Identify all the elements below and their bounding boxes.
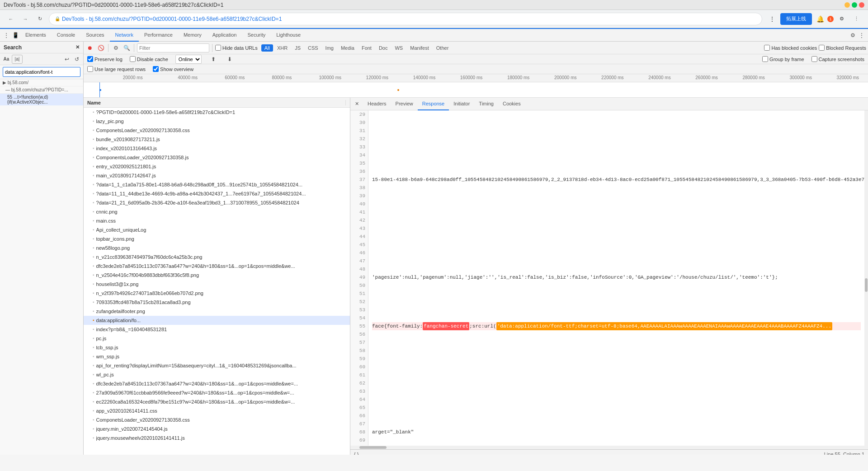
filter-type-js[interactable]: JS (292, 44, 304, 52)
disable-cache-label[interactable]: Disable cache (130, 56, 168, 62)
detail-tab-initiator[interactable]: Initiator (449, 98, 474, 110)
detail-tab-cookies[interactable]: Cookies (498, 98, 525, 110)
request-item[interactable]: ▪7093353ffcd487b8a715cb281aca8ad3.png (84, 298, 350, 307)
group-by-frame-checkbox[interactable] (762, 56, 768, 62)
request-item[interactable]: ▪?data=11_11_44dbe13e-4669-4c9b-a98a-e44… (84, 189, 350, 198)
disable-cache-checkbox[interactable] (130, 56, 136, 62)
request-item[interactable]: ▪ComponentsLoader_v20200927130358.js (84, 153, 350, 162)
forward-button[interactable]: → (20, 14, 31, 24)
request-item[interactable]: ▪ec22260ca8a165324ced8fa79be151c9?w=240&… (84, 397, 350, 406)
profile-button[interactable]: 拓展上线 (780, 13, 812, 25)
request-item[interactable]: ▪lazy_pic.png (84, 117, 350, 126)
filter-type-xhr[interactable]: XHR (274, 44, 291, 52)
request-item[interactable]: ▪ComponetsLoader_v20200927130358.css (84, 126, 350, 135)
request-item[interactable]: ▪main_v20180917142647.js (84, 171, 350, 180)
show-overview-checkbox[interactable] (153, 66, 159, 72)
request-item[interactable]: ▪index?p=b8&_=1604048531281 (84, 325, 350, 334)
settings-button[interactable]: ⚙ (835, 13, 848, 25)
request-item[interactable]: ▪Api_collect_uniqueLog (84, 225, 350, 234)
more-button[interactable]: ⋮ (850, 13, 863, 25)
reload-button[interactable]: ↻ (34, 14, 45, 24)
search-word-icon[interactable]: |a| (12, 55, 23, 64)
has-blocked-cookies-label[interactable]: Has blocked cookies (764, 45, 817, 51)
dt-tab-performance[interactable]: Performance (139, 29, 178, 42)
filter-type-img[interactable]: Img (322, 44, 337, 52)
blocked-requests-checkbox[interactable] (819, 45, 825, 51)
search-icon[interactable]: 🔍 (122, 43, 131, 52)
clear-button[interactable]: 🚫 (96, 43, 105, 52)
request-item[interactable]: ▪?data=1_1_c1a0a715-80e1-4188-b6a9-648c2… (84, 180, 350, 189)
request-item[interactable]: ▪n_v21cc8396387494979a7f60dc6c4a25b3c.pn… (84, 252, 350, 262)
alerts-button[interactable]: 🔔 (814, 13, 826, 25)
detail-tab-preview[interactable]: Preview (391, 98, 418, 110)
v-scrollbar-thumb[interactable] (865, 278, 868, 292)
filter-type-manifest[interactable]: Manifest (407, 44, 432, 52)
filter-input[interactable] (137, 43, 209, 52)
detail-tab-timing[interactable]: Timing (474, 98, 498, 110)
filter-type-ws[interactable]: WS (392, 44, 406, 52)
dt-tab-lighthouse[interactable]: Lighthouse (271, 29, 306, 42)
dt-tab-memory[interactable]: Memory (178, 29, 207, 42)
capture-screenshots-label[interactable]: Capture screenshots (811, 56, 865, 62)
blocked-requests-label[interactable]: Blocked Requests (819, 45, 866, 51)
dt-tab-network[interactable]: Network (110, 29, 139, 42)
request-item[interactable]: ▪tcb_ssp.js (84, 343, 350, 352)
use-large-rows-label[interactable]: Use large request rows (87, 66, 146, 72)
filter-icon[interactable]: ⚙ (111, 43, 120, 52)
search-panel-close[interactable]: ✕ (75, 44, 80, 50)
request-item[interactable]: ▪entry_v20200925121801.js (84, 162, 350, 171)
filter-type-media[interactable]: Media (338, 44, 358, 52)
request-item[interactable]: ▪jquery.mousewheelv20201026141411.js (84, 433, 350, 442)
capture-screenshots-checkbox[interactable] (811, 56, 817, 62)
h-scrollbar-thumb[interactable] (359, 446, 387, 449)
search-refresh-icon[interactable]: ↺ (72, 55, 81, 64)
devtools-more-icon[interactable]: ⋮ (857, 31, 866, 40)
use-large-rows-checkbox[interactable] (87, 66, 93, 72)
dt-tab-security[interactable]: Security (242, 29, 271, 42)
download-icon[interactable]: ⬇ (225, 55, 234, 64)
search-history-icon[interactable]: ↩ (62, 55, 71, 64)
request-item[interactable]: ▪new58logo.png (84, 243, 350, 252)
request-item[interactable]: ▪?PGTID=0d200001-0000-11e9-58e6-a658f219… (84, 108, 350, 117)
h-scrollbar[interactable] (350, 446, 868, 449)
request-item[interactable]: ▪data:application/fo... (84, 316, 350, 325)
dt-tab-elements[interactable]: Elements (20, 29, 52, 42)
hide-data-urls-checkbox[interactable] (215, 45, 221, 51)
request-item[interactable]: ▪app_v20201026141411.css (84, 406, 350, 415)
request-item[interactable]: ▪zufangdetailfooter.png (84, 307, 350, 316)
extensions-button[interactable]: ⋮ (766, 13, 778, 25)
request-item[interactable]: ▪ComponetsLoader_v20200927130358.css (84, 415, 350, 424)
record-button[interactable]: ⏺ (85, 43, 94, 52)
request-item[interactable]: ▪n_v2f397b4926c274071a83b1e066eb707d2.pn… (84, 289, 350, 298)
search-result-item[interactable]: 55 ...t>!function(w,d){if(w.ActiveXObjec… (0, 94, 83, 105)
request-item[interactable]: ▪index_v20201013164643.js (84, 144, 350, 153)
dt-tab-application[interactable]: Application (207, 29, 242, 42)
url-bar[interactable]: 🔒 DevTools - bj.58.com/chuzu/?PGTID=0d20… (49, 13, 762, 25)
group-by-frame-label[interactable]: Group by frame (762, 56, 804, 62)
filter-type-font[interactable]: Font (359, 44, 375, 52)
throttle-select[interactable]: Online (175, 55, 202, 64)
request-item[interactable]: ▪jquery.min_v20200724145404.js (84, 424, 350, 433)
request-item[interactable]: ▪pc.js (84, 334, 350, 343)
request-item[interactable]: ▪dfc3ede2eb7a84510c113c07367aa647?w=240&… (84, 379, 350, 388)
detail-tab-response[interactable]: Response (418, 98, 449, 110)
upload-icon[interactable]: ⬆ (209, 55, 218, 64)
devtools-menu-icon[interactable]: ⋮ (2, 31, 11, 40)
dt-tab-console[interactable]: Console (52, 29, 80, 42)
request-item[interactable]: ▪n_v2504e416c7f004b9883dbbf663f36c5f8.pn… (84, 271, 350, 280)
close-button[interactable] (859, 2, 864, 8)
devtools-settings-icon[interactable]: ⚙ (848, 31, 857, 40)
back-button[interactable]: ← (5, 14, 16, 24)
hide-data-urls-label[interactable]: Hide data URLs (215, 45, 258, 51)
request-item[interactable]: ▪topbar_icons.png (84, 234, 350, 243)
filter-type-other[interactable]: Other (433, 44, 452, 52)
detail-tab-headers[interactable]: Headers (363, 98, 391, 110)
has-blocked-cookies-checkbox[interactable] (764, 45, 770, 51)
request-item[interactable]: ▪cnnic.png (84, 207, 350, 216)
search-input[interactable] (3, 67, 80, 77)
preserve-log-checkbox[interactable] (87, 56, 93, 62)
request-item[interactable]: ▪wm_ssp.js (84, 352, 350, 361)
filter-type-doc[interactable]: Doc (376, 44, 391, 52)
request-item[interactable]: ▪27a909a59670f61ccbbab9566fe9eeed?w=240&… (84, 388, 350, 397)
detail-close-button[interactable]: ✕ (352, 100, 361, 109)
